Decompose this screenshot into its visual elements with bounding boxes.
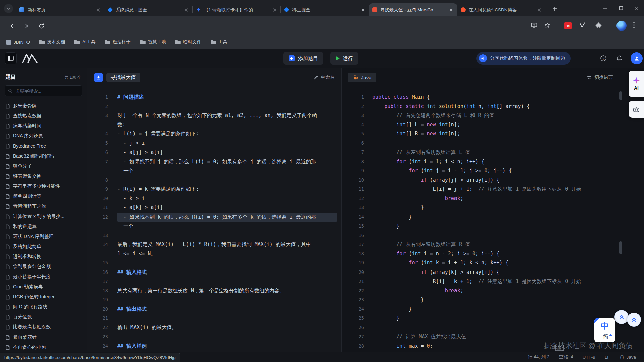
run-button[interactable]: 运行 [330, 52, 358, 65]
add-problem-button[interactable]: 添加题目 [283, 52, 323, 65]
problem-list-item[interactable]: 不再贪心的小包 [0, 342, 87, 352]
notifications-button[interactable] [616, 55, 623, 62]
problem-list-item[interactable]: Bytedance Tree [0, 141, 87, 151]
status-indentation[interactable]: 空格: 4 [559, 354, 573, 360]
code-line[interactable]: 8 for (int i = 1; i < n; i++) { [342, 157, 644, 167]
problem-line[interactable]: 17 [87, 277, 341, 286]
problem-line[interactable]: 14 最后，我们定义 MAX(i) = L(i) * R(i)，我们需要找到 M… [87, 240, 341, 249]
user-avatar[interactable] [631, 52, 643, 64]
problem-line[interactable]: 9 - R(i) = k 需要满足的条件如下: [87, 185, 341, 194]
browser-menu-button[interactable] [633, 22, 635, 28]
code-line[interactable]: 1public class Main { [342, 93, 644, 102]
tab-close-icon[interactable] [537, 7, 542, 13]
share-banner[interactable]: 分享代码练习体验，领限量定制周边 [476, 52, 571, 65]
problem-list-item[interactable]: 暴雨梨花针 [0, 332, 87, 342]
rename-button[interactable]: 重命名 [314, 74, 335, 80]
problem-line[interactable]: 11 - a[k] > a[i] [87, 203, 341, 213]
code-line[interactable]: 16 [342, 231, 644, 240]
search-box[interactable] [5, 85, 82, 96]
problem-line[interactable]: 21 [87, 314, 341, 323]
browser-tab[interactable]: 稀土掘金 [281, 3, 369, 16]
scroll-to-top-button[interactable] [614, 310, 629, 324]
problem-line[interactable]: 12 - 如果找不到 k 的话，那么 R(i) = 0; 如果有多个 k 的话，… [87, 213, 341, 222]
maximize-button[interactable] [613, 0, 629, 16]
tab-close-icon[interactable] [96, 7, 101, 13]
code-line[interactable]: 13 } [342, 203, 644, 213]
code-line[interactable]: 18 for (int i = n - 2; i >= 0; i--) { [342, 249, 644, 259]
problem-list-item[interactable]: 及格如此简单 [0, 242, 87, 252]
problem-line[interactable]: 19 [87, 295, 341, 305]
problem-list-item[interactable]: 最小替换子串长度 [0, 272, 87, 282]
problem-list-item[interactable]: 计算位置 x 到 y 的最少... [0, 212, 87, 222]
code-line[interactable]: 21 R[i] = k + 1; // 注意这里加 1 是因为数组下标从 0 开… [342, 277, 644, 286]
status-eol[interactable]: LF [605, 355, 610, 360]
translate-widget[interactable]: 中 简 [594, 318, 615, 342]
keyboard-icon[interactable] [555, 345, 564, 351]
tab-close-icon[interactable] [184, 7, 189, 13]
problem-line[interactable]: 10 - k > i [87, 194, 341, 203]
problem-list-item[interactable]: 字符串有多少种可能性 [0, 181, 87, 191]
problem-list-item[interactable]: 查找热点数据 [0, 111, 87, 121]
bookmark-item[interactable]: 技术文档 [39, 39, 65, 45]
close-button[interactable] [629, 0, 644, 16]
problem-line[interactable]: 18 总共有两行，第一行是数组长度 N，第二个是空格分割的所有数组的内容。 [87, 286, 341, 296]
code-line[interactable]: 6 [342, 139, 644, 148]
browser-tab[interactable]: 在人间负债^-CSDN博客 [457, 3, 545, 16]
problem-line[interactable]: 1 <= i <= N。 [87, 249, 341, 259]
problem-line[interactable]: 20 ## 输出格式 [87, 305, 341, 314]
code-line[interactable]: 14 } [342, 213, 644, 222]
problem-line[interactable]: 22 输出 MAX(i) 的最大值。 [87, 323, 341, 333]
bookmark-item[interactable]: 临时文件 [175, 39, 201, 45]
problem-list-item[interactable]: Base32 编码和解码 [0, 151, 87, 161]
code-line[interactable]: 5 int[] R = new int[n]; [342, 129, 644, 139]
bookmark-star-button[interactable] [544, 22, 551, 29]
problem-list-item[interactable]: 百分位数 [0, 312, 87, 322]
problem-line[interactable]: 13 [87, 231, 341, 240]
new-tab-button[interactable] [551, 5, 559, 13]
problem-line[interactable]: 一个 [87, 222, 341, 231]
browser-profile-avatar[interactable] [616, 21, 627, 31]
extension-v-icon[interactable] [579, 22, 586, 29]
problem-line[interactable]: 15 [87, 258, 341, 268]
help-button[interactable]: ? [600, 55, 607, 62]
problem-list-item[interactable]: 青海湖租车之旅 [0, 201, 87, 212]
problem-list-item[interactable]: 链表聚集交换 [0, 171, 87, 181]
problem-line[interactable]: 6 - a[j] > a[i] [87, 148, 341, 157]
problem-line[interactable]: 3 对于一个有 N 个元素的数组，包含如下的元素 a1, a2, ..., an… [87, 111, 341, 120]
sidebar-toggle-button[interactable] [5, 52, 17, 64]
language-tab[interactable]: Java [348, 73, 376, 82]
tab-close-icon[interactable] [272, 7, 277, 13]
export-icon[interactable] [94, 73, 103, 82]
problem-list-item[interactable]: 多米诺骨牌 [0, 101, 87, 111]
code-line[interactable]: 10 if (array[j] > array[i]) { [342, 176, 644, 185]
browser-tab[interactable]: 寻找最大值 - 豆包 MarsCo [369, 3, 457, 16]
problem-line[interactable]: 一个 [87, 166, 341, 176]
code-line[interactable]: 7 // 从左到右遍历数组计算 L 值 [342, 148, 644, 157]
marscode-logo[interactable] [22, 53, 38, 63]
problem-line[interactable]: 24 ## 输入样例 [87, 342, 341, 351]
extensions-puzzle-icon[interactable] [595, 22, 602, 29]
code-line[interactable]: 19 for (int k = i + 1; k < n; k++) { [342, 258, 644, 268]
minimize-button[interactable] [598, 0, 613, 16]
code-line[interactable]: 4 int[] L = new int[n]; [342, 120, 644, 130]
bookmark-item[interactable]: 魔法棒子 [105, 39, 131, 45]
ai-assistant-button[interactable]: AI [629, 71, 644, 97]
code-line[interactable]: 22 break; [342, 286, 644, 296]
code-line[interactable]: 2 public static int solution(int n, int[… [342, 102, 644, 111]
reload-button[interactable] [36, 21, 46, 31]
code-line[interactable]: 20 if (array[k] > array[i]) { [342, 268, 644, 277]
code-line[interactable]: 12 break; [342, 194, 644, 203]
problem-line[interactable]: 1 # 问题描述 [87, 93, 341, 102]
code-line[interactable]: 15 } [342, 222, 644, 231]
code-line[interactable]: 3 // 首先创建两个数组来存储 L 和 R 的值 [342, 111, 644, 120]
problem-line[interactable]: 16 ## 输入格式 [87, 268, 341, 277]
problem-list-item[interactable]: 拿到最多红包金额 [0, 262, 87, 272]
problem-list-item[interactable]: 进制求和转换 [0, 252, 87, 262]
problem-list-item[interactable]: 猫鱼分子 [0, 161, 87, 171]
back-button[interactable] [7, 21, 17, 31]
code-line[interactable]: 9 for (int j = i - 1; j >= 0; j--) { [342, 166, 644, 176]
tab-search-button[interactable] [4, 4, 13, 13]
scroll-to-top-button-2[interactable] [627, 313, 641, 327]
problem-line[interactable]: 5 - j < i [87, 139, 341, 148]
problem-list-item[interactable]: DNA 序列还原 [0, 131, 87, 141]
